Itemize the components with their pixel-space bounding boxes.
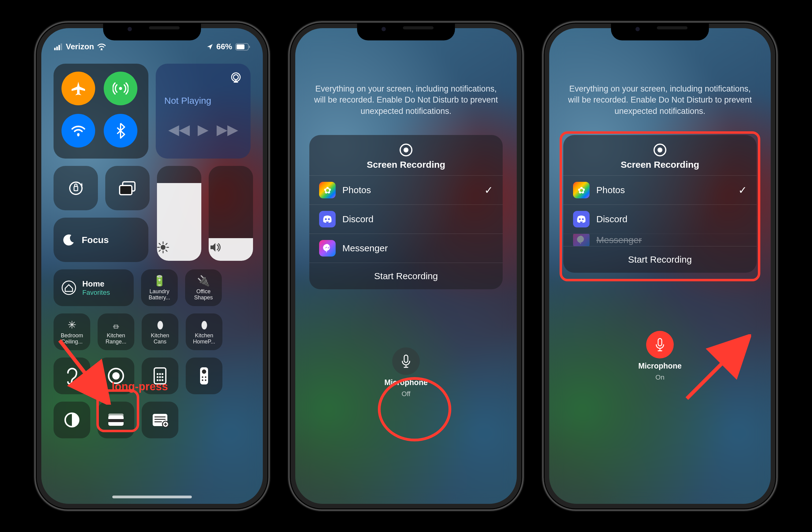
phone-2: Everything on your screen, including not… [288,21,524,511]
sun-icon [157,241,201,254]
app-row-photos[interactable]: ✿ Photos ✓ [309,175,503,204]
cellular-data-toggle[interactable] [104,72,137,105]
remote-button[interactable] [186,358,222,394]
svg-point-4 [101,48,102,49]
app-label: Messenger [342,243,388,254]
screen-recording-title: Screen Recording [621,159,699,170]
svg-rect-0 [54,48,56,50]
phone-3: Everything on your screen, including not… [542,21,778,511]
focus-toggle[interactable]: Focus [54,218,148,262]
app-row-messenger[interactable]: Messenger [563,233,757,246]
quick-note-button[interactable] [142,402,178,438]
discord-app-icon [319,211,336,227]
fan-device-icon: ✳ [68,319,76,331]
homepod-device-icon: ⬮ [201,319,207,331]
svg-point-39 [202,370,206,374]
app-row-messenger[interactable]: Messenger [309,233,503,263]
now-playing-label: Not Playing [164,96,242,106]
media-module[interactable]: Not Playing ◀◀ ▶ ▶▶ [156,64,250,159]
start-recording-button[interactable]: Start Recording [309,263,503,289]
device-tile-kitchen-homepod[interactable]: ⬮ Kitchen HomeP... [186,314,222,350]
screen-recording-panel: Screen Recording ✿ Photos ✓ Discord [563,135,757,273]
wifi-icon [97,43,106,50]
svg-rect-2 [58,45,60,50]
moon-icon [62,233,75,247]
svg-point-40 [202,376,203,378]
svg-point-16 [161,245,165,250]
battery-icon [235,43,250,51]
screen-recording-panel-screen: Everything on your screen, including not… [295,28,517,504]
media-prev-icon[interactable]: ◀◀ [168,121,190,138]
svg-point-41 [205,376,206,378]
screen-recording-info: Everything on your screen, including not… [295,28,517,117]
svg-rect-46 [108,414,124,417]
microphone-label: Microphone [384,378,428,387]
carrier-label: Verizon [66,42,94,52]
checkmark-icon: ✓ [484,184,493,196]
device-tile-laundry-battery[interactable]: 🔋 Laundry Battery... [141,269,178,306]
annotation-arrow-icon [681,334,751,405]
screen-recording-title: Screen Recording [367,159,446,170]
app-row-photos[interactable]: ✿ Photos ✓ [563,175,757,204]
svg-line-61 [687,343,742,399]
microphone-toggle[interactable] [392,347,420,375]
screen-mirroring-toggle[interactable] [105,166,150,210]
microphone-toggle[interactable] [646,331,674,358]
screen-recording-panel-screen-mic-on: Everything on your screen, including not… [549,28,771,504]
svg-point-32 [157,376,159,378]
dark-mode-button[interactable] [54,402,90,438]
svg-point-31 [161,373,163,375]
svg-point-9 [77,133,79,135]
svg-point-30 [159,373,161,375]
device-label: Kitchen Cans [144,333,176,345]
orientation-lock-toggle[interactable] [54,166,98,210]
svg-point-43 [205,379,206,381]
media-play-icon[interactable]: ▶ [198,121,208,138]
airplay-icon[interactable] [230,72,242,83]
device-tile-kitchen-cans[interactable]: ⬮ Kitchen Cans [142,314,178,350]
bluetooth-toggle[interactable] [104,114,137,147]
svg-point-8 [119,87,122,90]
volume-slider[interactable] [209,166,253,261]
battery-device-icon: 🔋 [153,275,166,287]
status-bar: Verizon 66% [41,28,263,52]
discord-app-icon [573,211,590,227]
home-subtitle: Favorites [82,289,110,297]
svg-line-21 [159,243,160,245]
app-row-discord[interactable]: Discord [563,204,757,233]
wifi-toggle[interactable] [61,114,95,147]
svg-point-59 [579,218,581,220]
screen-recording-panel: Screen Recording ✿ Photos ✓ Discord Mess… [309,135,503,289]
screen-recording-info: Everything on your screen, including not… [549,28,771,117]
plug-device-icon: 🔌 [197,275,210,287]
svg-point-42 [202,379,203,381]
brightness-slider[interactable] [157,166,201,261]
app-row-discord[interactable]: Discord [309,204,503,233]
messenger-app-icon [573,233,590,246]
photos-app-icon: ✿ [573,182,590,198]
svg-point-25 [62,281,75,294]
device-label: Office Shapes [188,289,219,301]
svg-rect-62 [658,339,662,346]
start-recording-button[interactable]: Start Recording [563,246,757,273]
svg-line-55 [60,340,102,396]
svg-rect-58 [404,355,408,362]
app-label: Photos [342,185,371,195]
svg-line-24 [159,250,160,251]
svg-point-57 [328,218,330,220]
location-icon [206,43,213,50]
phone-1: Verizon 66% [34,21,270,511]
device-tile-office-shapes[interactable]: 🔌 Office Shapes [185,269,222,306]
svg-rect-6 [236,44,245,49]
svg-point-27 [112,372,120,379]
svg-rect-15 [120,186,132,195]
microphone-state: On [655,373,664,382]
wallet-button[interactable] [98,402,134,438]
media-next-icon[interactable]: ▶▶ [217,121,238,138]
home-tile[interactable]: Home Favorites [54,269,134,306]
annotation-text: long-press [112,380,168,393]
home-indicator[interactable] [112,495,192,498]
home-icon [61,281,76,295]
airplane-mode-toggle[interactable] [61,72,95,105]
checkmark-icon: ✓ [738,184,747,196]
